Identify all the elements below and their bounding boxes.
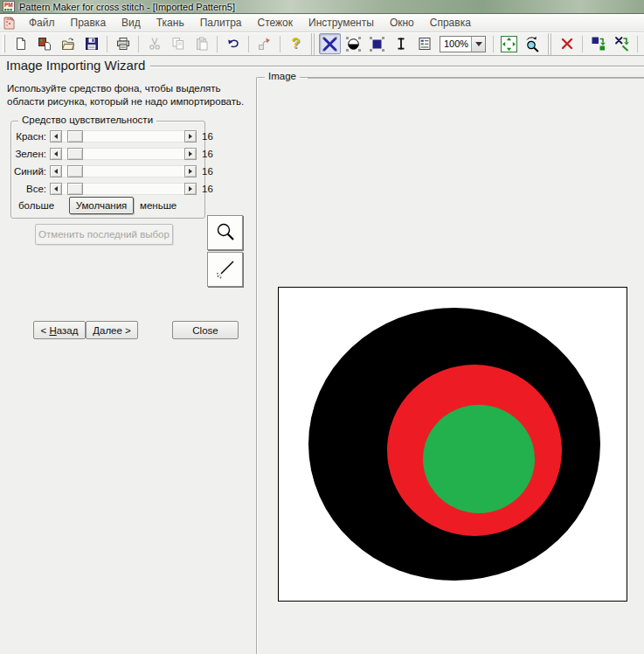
blue-sensitivity-scrollbar[interactable] <box>50 165 197 177</box>
close-button[interactable]: Close <box>172 321 239 339</box>
zoom-level-combo[interactable]: 100% <box>440 36 486 52</box>
next-button-accel: Д <box>93 325 100 336</box>
magnifier-icon <box>214 221 237 244</box>
scroll-right-button[interactable] <box>184 183 197 195</box>
convert-stitches-button[interactable] <box>611 33 633 54</box>
svg-text:ОБЕЗ: ОБЕЗ <box>5 17 13 21</box>
help-button[interactable]: ? <box>285 33 307 54</box>
menu-bar: ОБЕЗ Файл Правка Вид Ткань Палитра Стежо… <box>0 14 644 32</box>
chevron-down-icon <box>475 42 482 50</box>
defaults-button[interactable]: Умолчания <box>69 197 134 214</box>
menu-item-palette[interactable]: Палитра <box>192 14 250 31</box>
sensitivity-groupbox: Средство цувствительности Красн: 16 Зеле… <box>10 121 205 219</box>
blue-label: Синий: <box>13 166 46 177</box>
back-button[interactable]: < Назад <box>33 321 86 339</box>
palette-list-button[interactable] <box>413 33 435 54</box>
scroll-left-button[interactable] <box>50 148 62 160</box>
all-sensitivity-scrollbar[interactable] <box>50 183 197 195</box>
scrollbar-track[interactable] <box>62 165 184 177</box>
help-icon: ? <box>292 37 301 51</box>
delete-button[interactable] <box>556 33 578 54</box>
scrollbar-track[interactable] <box>62 183 184 195</box>
scrollbar-thumb[interactable] <box>67 130 83 143</box>
menu-item-tools[interactable]: Инструменты <box>301 14 382 31</box>
scroll-left-button[interactable] <box>50 130 62 143</box>
pattern-document-icon[interactable]: ОБЕЗ <box>3 17 16 30</box>
scroll-right-button[interactable] <box>184 165 197 177</box>
red-label: Красн: <box>13 131 46 142</box>
menu-item-help[interactable]: Справка <box>422 14 479 31</box>
scrollbar-thumb[interactable] <box>67 183 83 195</box>
backstitch-button[interactable] <box>390 33 412 54</box>
redo-button <box>253 33 275 54</box>
scrollbar-thumb[interactable] <box>67 165 83 177</box>
toolbar-separator <box>248 36 249 52</box>
undo-icon <box>226 37 240 51</box>
left-arrow-icon <box>52 186 58 191</box>
new-document-icon <box>14 37 28 51</box>
full-stitch-icon <box>322 37 337 52</box>
fit-to-window-icon <box>501 36 517 52</box>
half-stitch-button[interactable] <box>343 33 364 54</box>
menu-item-edit[interactable]: Правка <box>63 14 114 31</box>
magic-wand-icon <box>214 258 237 281</box>
menu-item-stitch[interactable]: Стежок <box>250 14 301 31</box>
zoom-level-value[interactable]: 100% <box>440 37 471 52</box>
toolbar-band-separator <box>548 33 551 55</box>
toolbar-separator <box>280 36 280 52</box>
right-arrow-icon <box>189 151 195 157</box>
toolbar: ? <box>0 32 644 56</box>
toolbar-separator <box>637 36 638 52</box>
zoom-tool-button[interactable] <box>522 33 544 54</box>
petite-stitch-icon <box>370 37 384 52</box>
app-icon: PM <box>3 1 15 12</box>
next-button[interactable]: Далее > <box>86 321 138 339</box>
red-value: 16 <box>202 131 213 142</box>
open-file-button[interactable] <box>57 33 79 54</box>
backstitch-icon <box>394 37 408 51</box>
full-stitch-button[interactable] <box>319 33 341 54</box>
all-value: 16 <box>202 184 213 194</box>
next-button-rest: алее > <box>100 325 131 336</box>
scrollbar-track[interactable] <box>62 130 184 143</box>
scroll-right-button[interactable] <box>184 148 197 160</box>
image-group-title-rule <box>308 78 644 79</box>
image-preview[interactable] <box>278 287 627 602</box>
magic-wand-tool-button[interactable] <box>207 252 243 287</box>
menu-item-fabric[interactable]: Ткань <box>149 14 192 31</box>
wizard-title: Image Importing Wizard <box>6 58 145 73</box>
zoom-dropdown-button[interactable] <box>471 37 485 52</box>
green-sensitivity-scrollbar[interactable] <box>50 148 197 160</box>
petite-stitch-button[interactable] <box>366 33 388 54</box>
right-arrow-icon <box>189 134 195 139</box>
scroll-right-button[interactable] <box>184 130 197 143</box>
new-document-button[interactable] <box>10 33 31 54</box>
save-button[interactable] <box>80 33 102 54</box>
scroll-left-button[interactable] <box>50 165 62 177</box>
toolbar-grip[interactable] <box>3 35 5 52</box>
scroll-left-button[interactable] <box>50 183 62 195</box>
red-sensitivity-scrollbar[interactable] <box>50 130 197 143</box>
scrollbar-thumb[interactable] <box>67 148 83 160</box>
undo-button[interactable] <box>222 33 244 54</box>
back-button-accel: Н <box>49 325 56 336</box>
wizard-instruction: Используйте средство фона, чтобы выделят… <box>7 82 252 108</box>
menu-item-view[interactable]: Вид <box>114 14 149 31</box>
fit-to-window-button[interactable] <box>498 33 520 54</box>
imported-image[interactable] <box>279 288 627 601</box>
print-button[interactable] <box>112 33 134 54</box>
menu-item-file[interactable]: Файл <box>21 14 63 31</box>
magnifier-tool-button[interactable] <box>207 215 243 250</box>
toolbar-band-separator <box>311 33 315 55</box>
inner-circle[interactable] <box>423 405 535 513</box>
import-image-button[interactable] <box>33 33 55 54</box>
green-sensitivity-row: Зелен: 16 <box>13 148 213 160</box>
all-sensitivity-row: Все: 16 <box>13 183 213 195</box>
blue-sensitivity-row: Синий: 16 <box>13 165 213 177</box>
save-icon <box>85 37 99 51</box>
left-arrow-icon <box>52 151 58 157</box>
copy-button <box>167 33 189 54</box>
menu-item-window[interactable]: Окно <box>382 14 422 31</box>
convert-square-button[interactable] <box>587 33 609 54</box>
scrollbar-track[interactable] <box>62 148 184 160</box>
